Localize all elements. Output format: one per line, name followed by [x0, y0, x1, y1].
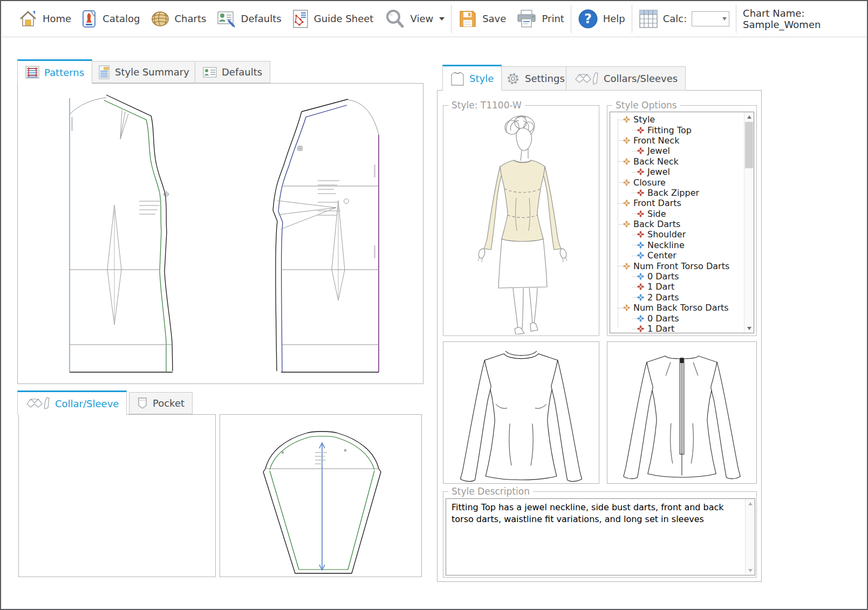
style-option-label: Num Front Torso Darts — [633, 261, 729, 271]
style-option-label: Center — [647, 250, 676, 261]
toolbar-separator — [632, 5, 632, 33]
style-panel: Style: T1100-W — [437, 90, 762, 582]
guide-sheet-icon — [292, 9, 309, 29]
save-label: Save — [482, 14, 506, 24]
save-button[interactable]: Save — [458, 9, 506, 29]
guide-sheet-button[interactable]: Guide Sheet — [292, 9, 374, 29]
style-option-item[interactable]: Jewel — [610, 167, 744, 177]
print-label: Print — [542, 14, 564, 24]
style-options-tree-box: Style Fitting Top Front Neck Jewel Back … — [610, 112, 754, 333]
tab-style-summary-label: Style Summary — [115, 66, 189, 78]
scroll-up-icon[interactable] — [744, 112, 754, 121]
flower-icon — [637, 273, 644, 280]
tab-collars-sleeves[interactable]: Collars/Sleeves — [566, 66, 686, 91]
flower-icon — [637, 252, 644, 259]
flower-icon — [637, 210, 644, 217]
back-bodice-pattern — [70, 95, 173, 372]
help-label: Help — [603, 14, 625, 24]
main-toolbar: Home Catalog Ch — [1, 1, 867, 37]
flower-icon — [637, 231, 644, 238]
style-description-text[interactable]: Fitting Top has a jewel neckline, side b… — [446, 499, 746, 575]
collar-canvas[interactable] — [18, 414, 216, 577]
chart-name-label: Chart Name: Sample_Women — [743, 8, 867, 30]
gear-icon — [506, 72, 520, 86]
style-option-label: Neckline — [647, 240, 685, 250]
scrollbar-thumb[interactable] — [745, 122, 753, 168]
flower-icon — [637, 147, 644, 154]
flower-icon — [637, 168, 644, 175]
scroll-up-icon[interactable] — [746, 499, 755, 508]
tab-collar-sleeve[interactable]: Collar/Sleeve — [17, 390, 127, 415]
scroll-down-icon[interactable] — [744, 324, 754, 333]
help-button[interactable]: ? Help — [578, 9, 625, 29]
calc-select-caret — [722, 17, 727, 20]
style-description-title: Style Description — [448, 486, 533, 497]
charts-button[interactable]: Charts — [151, 10, 207, 28]
style-option-item[interactable]: Front Neck — [610, 135, 744, 146]
tab-style-label: Style — [469, 73, 494, 84]
style-option-item[interactable]: Back Zipper — [610, 188, 744, 198]
style-option-item[interactable]: Back Darts — [610, 219, 744, 229]
view-icon — [384, 8, 406, 30]
tab-style-summary[interactable]: Style Summary — [90, 61, 197, 83]
style-option-item[interactable]: Fitting Top — [610, 125, 744, 135]
style-option-label: 0 Darts — [647, 271, 679, 282]
shirt-icon — [450, 71, 464, 86]
style-option-item[interactable]: Side — [610, 209, 744, 219]
description-scrollbar[interactable] — [745, 499, 755, 575]
style-option-item[interactable]: 2 Darts — [610, 292, 744, 303]
tab-pocket[interactable]: Pocket — [129, 392, 193, 414]
defaults-label: Defaults — [241, 14, 282, 24]
style-options-tree: Style Fitting Top Front Neck Jewel Back … — [610, 114, 744, 333]
style-option-item[interactable]: 1 Dart — [610, 324, 744, 333]
defaults-button[interactable]: Defaults — [217, 10, 282, 28]
style-option-item[interactable]: Closure — [610, 177, 744, 187]
style-option-item[interactable]: Back Neck — [610, 156, 744, 167]
style-option-item[interactable]: 0 Darts — [610, 271, 744, 282]
style-option-item[interactable]: Center — [610, 250, 744, 261]
tab-collar-sleeve-label: Collar/Sleeve — [55, 398, 119, 409]
view-button[interactable]: View — [384, 8, 445, 30]
style-option-label: Back Zipper — [647, 188, 699, 198]
tab-defaults-label: Defaults — [222, 66, 262, 78]
style-option-item[interactable]: Jewel — [610, 146, 744, 156]
home-button[interactable]: Home — [18, 10, 71, 28]
tab-patterns[interactable]: Patterns — [17, 59, 92, 84]
style-option-item[interactable]: Front Darts — [610, 198, 744, 208]
pattern-canvas[interactable] — [17, 83, 423, 384]
catalog-button[interactable]: Catalog — [81, 9, 140, 29]
sleeve-pattern — [220, 415, 421, 577]
style-option-item[interactable]: 0 Darts — [610, 313, 744, 323]
catalog-icon — [81, 9, 98, 29]
style-option-item[interactable]: Style — [610, 114, 744, 125]
style-options-title: Style Options — [612, 100, 680, 111]
tab-defaults[interactable]: Defaults — [195, 61, 270, 83]
tab-style[interactable]: Style — [442, 65, 502, 91]
tab-settings[interactable]: Settings — [498, 66, 573, 91]
fashion-figure — [444, 109, 598, 334]
style-option-item[interactable]: Shoulder — [610, 229, 744, 239]
view-dropdown-caret — [439, 17, 445, 20]
print-button[interactable]: Print — [516, 9, 564, 29]
sleeve-canvas[interactable] — [220, 414, 422, 577]
style-option-label: 0 Darts — [647, 313, 679, 324]
charts-icon — [151, 10, 170, 28]
style-option-item[interactable]: 1 Dart — [610, 282, 744, 292]
garment-back-view-box — [607, 341, 757, 484]
tree-scrollbar[interactable] — [744, 112, 754, 333]
garment-back-view — [607, 342, 756, 483]
style-option-item[interactable]: Neckline — [610, 240, 744, 250]
calc-select[interactable] — [692, 11, 729, 26]
style-option-label: 1 Dart — [647, 282, 674, 292]
style-option-item[interactable]: Num Back Torso Darts — [610, 303, 744, 313]
style-description-box[interactable]: Fitting Top has a jewel neckline, side b… — [446, 498, 755, 575]
tab-settings-label: Settings — [525, 73, 565, 84]
scroll-down-icon[interactable] — [746, 566, 755, 575]
calc-grid-icon — [639, 9, 658, 29]
calc-group: Calc: — [639, 9, 730, 29]
catalog-label: Catalog — [102, 14, 140, 24]
flower-icon — [623, 137, 630, 144]
style-option-item[interactable]: Num Front Torso Darts — [610, 261, 744, 271]
style-option-label: Front Neck — [633, 135, 679, 146]
flower-icon — [637, 242, 644, 249]
